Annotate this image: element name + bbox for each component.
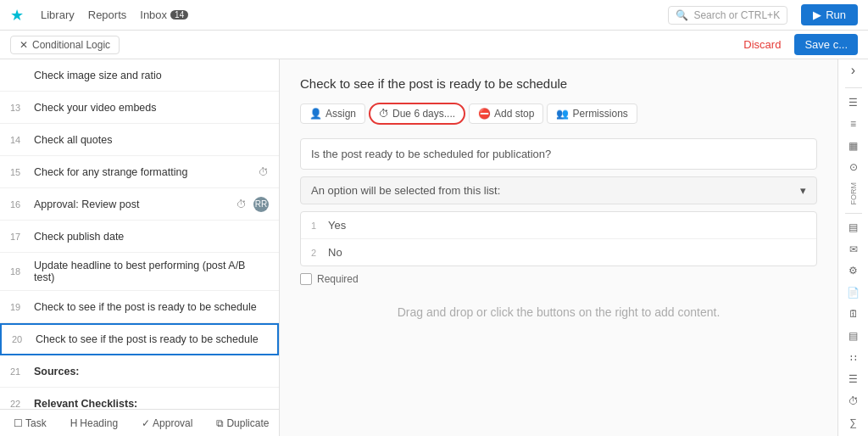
task-item[interactable]: 15 Check for any strange formatting ⏱	[0, 156, 279, 188]
center-panel: Check to see if the post is ready to be …	[280, 59, 837, 436]
conditional-logic-button[interactable]: ✕ Conditional Logic	[10, 36, 120, 54]
right-dots-icon[interactable]: ∷	[842, 348, 865, 368]
right-list-icon[interactable]: ☰	[842, 92, 865, 113]
top-nav: ★ Library Reports Inbox 14 🔍 Search or C…	[0, 0, 868, 31]
task-button[interactable]: ☐ Task	[7, 415, 53, 432]
right-gear-icon[interactable]: ⚙	[842, 261, 865, 282]
user-icon: 👤	[309, 108, 322, 120]
required-row: Required	[300, 273, 817, 285]
add-stop-button[interactable]: ⛔ Add stop	[469, 103, 543, 124]
task-item[interactable]: 19 Check to see if the post is ready to …	[0, 291, 279, 323]
right-calendar-icon[interactable]: 🗓	[842, 305, 865, 325]
permissions-icon: 👥	[556, 108, 569, 120]
right-target-icon[interactable]: ⊙	[842, 158, 865, 178]
right-lines-icon[interactable]: ≡	[842, 114, 865, 134]
due-date-button[interactable]: ⏱ Due 6 days....	[369, 103, 465, 125]
close-icon: ✕	[19, 39, 28, 51]
form-section: Is the post ready to be scheduled for pu…	[300, 138, 817, 285]
option-yes[interactable]: 1 Yes	[301, 212, 816, 239]
right-multiline-icon[interactable]: ☰	[842, 369, 865, 389]
task-actions: 👤 Assign ⏱ Due 6 days.... ⛔ Add stop 👥 P…	[300, 103, 817, 125]
left-panel: Check image size and ratio 13 Check your…	[0, 59, 280, 436]
nav-library[interactable]: Library	[41, 8, 75, 21]
inbox-badge: 14	[170, 10, 188, 20]
discard-button[interactable]: Discard	[743, 38, 781, 51]
right-file-icon[interactable]: 📄	[842, 282, 865, 303]
task-item[interactable]: 17 Check publish date	[0, 221, 279, 253]
right-table-icon[interactable]: ▤	[842, 217, 865, 238]
task-title: Check to see if the post is ready to be …	[300, 76, 817, 91]
required-label: Required	[317, 273, 359, 285]
right-grid-icon[interactable]: ▦	[842, 136, 865, 156]
form-question: Is the post ready to be scheduled for pu…	[300, 138, 817, 170]
sub-nav: ✕ Conditional Logic Discard Save c...	[0, 31, 868, 59]
expand-button[interactable]: ›	[842, 63, 865, 83]
duplicate-icon: ⧉	[216, 417, 224, 429]
heading-icon: H	[70, 417, 78, 429]
approval-icon: ✓	[142, 417, 150, 429]
save-button[interactable]: Save c...	[794, 34, 858, 55]
task-item[interactable]: 18 Update headline to best performing (p…	[0, 253, 279, 291]
task-item[interactable]: Check image size and ratio	[0, 59, 279, 92]
task-item-approval[interactable]: 16 Approval: Review post ⏱ RR	[0, 188, 279, 221]
drag-drop-hint: Drag and drop or click the buttons on th…	[300, 305, 817, 319]
right-timer-icon[interactable]: ⏱	[842, 391, 865, 411]
option-no[interactable]: 2 No	[301, 239, 816, 266]
task-item[interactable]: 22 Relevant Checklists:	[0, 388, 279, 409]
duplicate-button[interactable]: ⧉ Duplicate	[209, 415, 275, 432]
clock-icon: ⏱	[379, 108, 389, 120]
task-list: Check image size and ratio 13 Check your…	[0, 59, 279, 409]
task-item-active[interactable]: 20 Check to see if the post is ready to …	[0, 323, 279, 355]
permissions-button[interactable]: 👥 Permissions	[547, 103, 637, 124]
timer-icon: ⏱	[259, 166, 269, 178]
form-options: 1 Yes 2 No	[300, 211, 817, 266]
search-placeholder: Search or CTRL+K	[693, 9, 780, 21]
search-bar[interactable]: 🔍 Search or CTRL+K	[668, 6, 787, 25]
task-item[interactable]: 13 Check your video embeds	[0, 92, 279, 124]
chevron-down-icon: ▾	[800, 184, 806, 197]
form-select[interactable]: An option will be selected from this lis…	[300, 176, 817, 204]
run-icon: ▶	[813, 8, 821, 21]
timer-icon: ⏱	[236, 198, 247, 210]
form-label: FORM	[849, 182, 858, 205]
heading-button[interactable]: H Heading	[64, 415, 125, 432]
right-rows-icon[interactable]: ▤	[842, 326, 865, 346]
approval-button[interactable]: ✓ Approval	[135, 415, 199, 432]
main-layout: Check image size and ratio 13 Check your…	[0, 59, 868, 436]
nav-inbox[interactable]: Inbox 14	[140, 8, 188, 21]
nav-reports[interactable]: Reports	[88, 8, 127, 21]
task-item[interactable]: 21 Sources:	[0, 355, 279, 388]
separator	[845, 87, 862, 88]
right-mail-icon[interactable]: ✉	[842, 239, 865, 260]
chevron-right-icon: ›	[851, 63, 855, 78]
required-checkbox[interactable]	[300, 273, 312, 285]
assign-button[interactable]: 👤 Assign	[300, 103, 365, 124]
search-icon: 🔍	[676, 9, 688, 21]
right-panel: › ☰ ≡ ▦ ⊙ FORM ▤ ✉ ⚙ 📄 🗓 ▤ ∷ ☰ ⏱ ∑	[837, 59, 868, 436]
run-button[interactable]: ▶ Run	[801, 4, 858, 25]
task-item[interactable]: 14 Check all quotes	[0, 124, 279, 156]
logo-icon: ★	[10, 6, 24, 25]
stop-icon: ⛔	[478, 108, 491, 120]
bottom-toolbar: ☐ Task H Heading ✓ Approval ⧉ Duplicate …	[0, 409, 279, 436]
task-badge: RR	[253, 197, 269, 212]
task-icon: ☐	[14, 417, 23, 429]
separator	[845, 213, 862, 214]
right-sigma-icon[interactable]: ∑	[842, 413, 865, 433]
